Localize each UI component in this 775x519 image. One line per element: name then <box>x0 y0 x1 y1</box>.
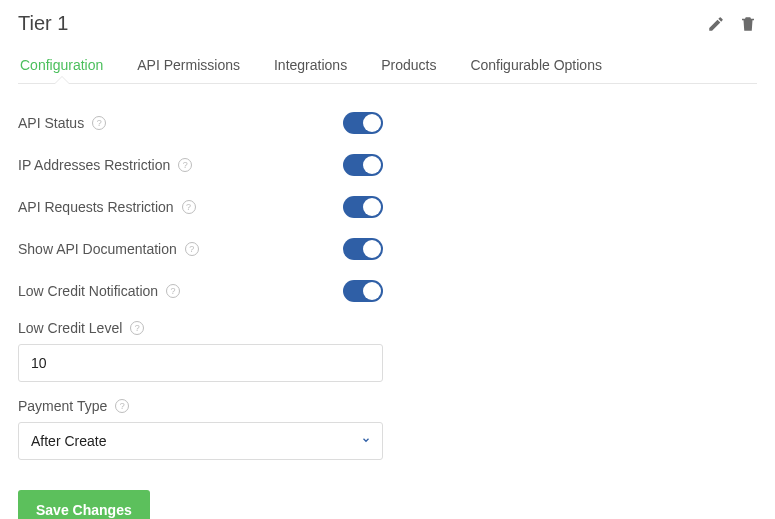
low-credit-level-input[interactable] <box>18 344 383 382</box>
low-credit-notification-toggle[interactable] <box>343 280 383 302</box>
api-requests-restriction-label: API Requests Restriction <box>18 199 174 215</box>
show-api-docs-label: Show API Documentation <box>18 241 177 257</box>
edit-icon[interactable] <box>707 15 725 33</box>
payment-type-select[interactable]: After Create <box>18 422 383 460</box>
ip-restriction-toggle[interactable] <box>343 154 383 176</box>
tab-integrations[interactable]: Integrations <box>274 47 347 83</box>
api-status-label: API Status <box>18 115 84 131</box>
help-icon[interactable]: ? <box>178 158 192 172</box>
save-changes-button[interactable]: Save Changes <box>18 490 150 519</box>
low-credit-level-label: Low Credit Level <box>18 320 122 336</box>
ip-restriction-label: IP Addresses Restriction <box>18 157 170 173</box>
tabs: Configuration API Permissions Integratio… <box>18 47 757 84</box>
help-icon[interactable]: ? <box>185 242 199 256</box>
api-requests-restriction-toggle[interactable] <box>343 196 383 218</box>
help-icon[interactable]: ? <box>92 116 106 130</box>
low-credit-notification-label: Low Credit Notification <box>18 283 158 299</box>
tab-products[interactable]: Products <box>381 47 436 83</box>
payment-type-label: Payment Type <box>18 398 107 414</box>
delete-icon[interactable] <box>739 15 757 33</box>
tab-configuration[interactable]: Configuration <box>20 47 103 83</box>
help-icon[interactable]: ? <box>130 321 144 335</box>
tab-configurable-options[interactable]: Configurable Options <box>470 47 602 83</box>
api-status-toggle[interactable] <box>343 112 383 134</box>
help-icon[interactable]: ? <box>182 200 196 214</box>
show-api-docs-toggle[interactable] <box>343 238 383 260</box>
help-icon[interactable]: ? <box>115 399 129 413</box>
page-title: Tier 1 <box>18 12 68 35</box>
tab-api-permissions[interactable]: API Permissions <box>137 47 240 83</box>
help-icon[interactable]: ? <box>166 284 180 298</box>
